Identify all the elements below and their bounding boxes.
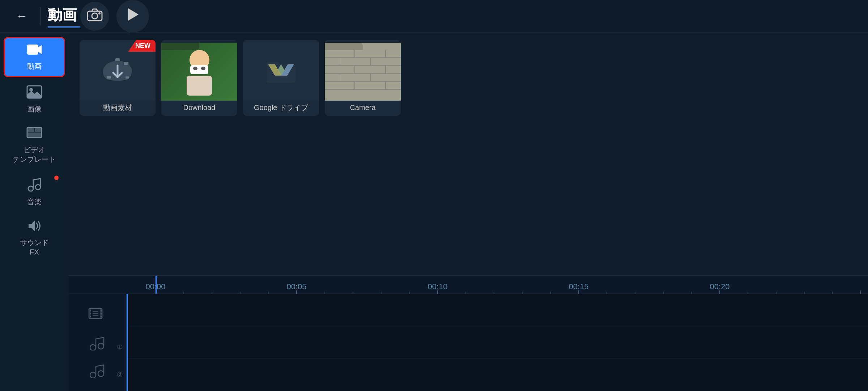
timeline-ruler: 00:00 00:05 00:10 00:15 00:20 (69, 276, 868, 294)
svg-rect-8 (35, 128, 41, 132)
header-divider (40, 7, 41, 25)
sidebar-item-video[interactable]: 動画 (4, 37, 65, 77)
audio-track-1-icon: ① (69, 332, 126, 353)
svg-rect-53 (101, 316, 102, 317)
video-icon (26, 43, 42, 59)
svg-point-59 (90, 372, 96, 378)
svg-point-2 (98, 12, 101, 14)
content-area: NEW 動画素材 (69, 33, 868, 391)
timeline-content[interactable] (127, 294, 868, 391)
video-material-label: 動画素材 (102, 100, 133, 114)
camera-icon (87, 8, 103, 25)
google-drive-thumb (243, 42, 319, 100)
svg-point-10 (28, 186, 33, 191)
svg-rect-16 (115, 58, 120, 61)
media-item-video-material[interactable]: NEW 動画素材 (80, 40, 156, 116)
sidebar-item-music[interactable]: 音楽 (4, 172, 65, 211)
sidebar-item-music-label: 音楽 (27, 197, 42, 206)
svg-point-11 (35, 185, 41, 190)
header-actions (80, 0, 149, 33)
media-browser: NEW 動画素材 (69, 33, 868, 275)
back-button[interactable]: ← (11, 5, 33, 27)
timeline: 00:00 00:05 00:10 00:15 00:20 (69, 275, 868, 391)
svg-point-60 (98, 371, 104, 377)
playhead (127, 294, 128, 391)
svg-point-1 (92, 13, 98, 19)
svg-rect-52 (101, 313, 102, 314)
timeline-body: ① ② (69, 294, 868, 391)
svg-point-14 (117, 67, 131, 80)
sidebar-item-video-label: 動画 (27, 62, 42, 71)
sidebar-item-sound-fx[interactable]: サウンドFX (4, 214, 65, 262)
header: ← 動画 (0, 0, 868, 33)
svg-rect-9 (28, 133, 41, 137)
camera-button[interactable] (80, 2, 109, 31)
svg-rect-15 (107, 76, 111, 79)
svg-rect-49 (90, 313, 91, 314)
sidebar-item-template-label: ビデオテンプレート (13, 145, 56, 164)
track-divider-1 (127, 326, 868, 326)
media-item-camera[interactable]: Camera (325, 40, 401, 116)
media-item-google-drive[interactable]: Google ドライブ (243, 40, 319, 116)
svg-rect-51 (101, 310, 102, 311)
image-icon (26, 85, 42, 102)
play-icon (126, 7, 139, 25)
sound-fx-icon (26, 219, 42, 236)
camera-thumb (325, 43, 401, 101)
audio-track-2-icon: ② (69, 359, 126, 381)
sidebar-item-video-template[interactable]: ビデオテンプレート (4, 122, 65, 169)
sidebar-item-image[interactable]: 画像 (4, 80, 65, 119)
music-notification-dot (54, 176, 59, 180)
music-icon (27, 177, 42, 195)
camera-label: Camera (348, 101, 377, 113)
svg-rect-48 (90, 310, 91, 311)
main-area: 動画 画像 (0, 33, 868, 391)
svg-rect-18 (125, 76, 129, 79)
page-title: 動画 (48, 5, 80, 25)
svg-point-58 (98, 343, 104, 349)
back-icon: ← (16, 9, 27, 23)
svg-rect-3 (27, 45, 38, 55)
google-drive-label: Google ドライブ (252, 100, 310, 114)
svg-rect-7 (28, 128, 34, 132)
sidebar-item-sound-fx-label: サウンドFX (20, 238, 49, 257)
media-item-download[interactable]: Download (161, 40, 237, 116)
timeline-tracks-panel: ① ② (69, 294, 127, 391)
svg-point-5 (29, 88, 33, 92)
header-title-container: 動画 (48, 5, 80, 28)
sidebar: 動画 画像 (0, 33, 69, 391)
svg-rect-50 (90, 316, 91, 317)
download-label: Download (182, 101, 217, 113)
track-divider-2 (127, 358, 868, 358)
video-track-icon (69, 304, 126, 326)
play-button[interactable] (116, 0, 149, 33)
sidebar-item-image-label: 画像 (27, 104, 42, 114)
svg-rect-17 (124, 62, 128, 65)
svg-point-57 (90, 345, 96, 350)
video-template-icon (26, 127, 42, 143)
title-underline (48, 26, 80, 28)
download-thumb (161, 43, 237, 101)
